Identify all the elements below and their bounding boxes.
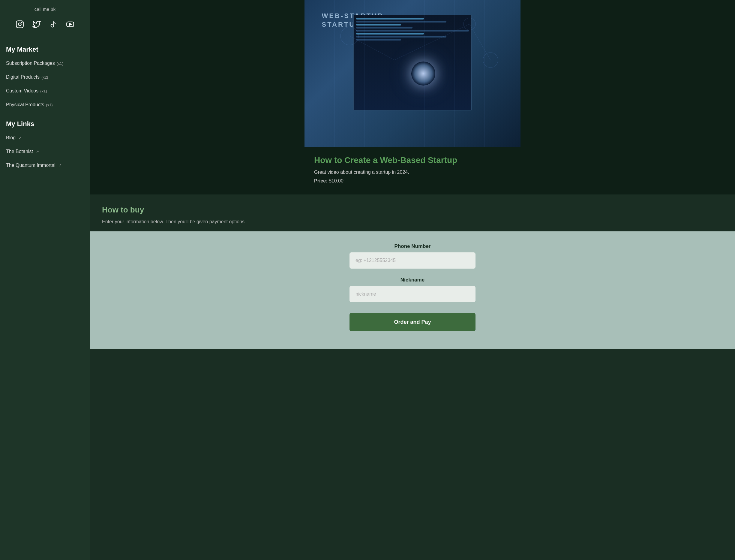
- sidebar: call me bk: [0, 0, 90, 560]
- my-market-title: My Market: [0, 37, 90, 56]
- product-card: WEB-STARTUPSTARTUP: [90, 0, 735, 194]
- blog-external-icon: ↗: [19, 136, 22, 140]
- phone-number-input[interactable]: [350, 252, 475, 269]
- price-label: Price:: [314, 178, 327, 183]
- botanist-external-icon: ↗: [36, 149, 39, 154]
- sidebar-item-custom-videos[interactable]: Custom Videos (x1): [0, 84, 90, 98]
- nickname-input[interactable]: [350, 286, 475, 302]
- tech-grid-svg: [305, 0, 520, 147]
- social-icons-container: [0, 17, 90, 37]
- sidebar-username: call me bk: [0, 0, 90, 17]
- svg-line-18: [394, 24, 469, 60]
- main-content: WEB-STARTUPSTARTUP: [90, 0, 735, 560]
- how-to-buy-title: How to buy: [102, 205, 723, 215]
- nickname-group: Nickname: [350, 277, 475, 302]
- sidebar-item-quantum-immortal[interactable]: The Quantum Immortal ↗: [0, 158, 90, 172]
- sidebar-item-the-botanist[interactable]: The Botanist ↗: [0, 145, 90, 158]
- sidebar-item-blog[interactable]: Blog ↗: [0, 131, 90, 145]
- product-title: How to Create a Web-Based Startup: [314, 155, 511, 165]
- how-to-buy-description: Enter your information below. Then you'l…: [102, 218, 723, 225]
- youtube-icon[interactable]: [66, 20, 74, 30]
- order-and-pay-button[interactable]: Order and Pay: [350, 313, 475, 331]
- phone-number-label: Phone Number: [350, 243, 475, 249]
- digital-products-label: Digital Products: [6, 74, 40, 80]
- blog-label: Blog: [6, 135, 16, 140]
- digital-products-count: (x2): [41, 75, 48, 80]
- custom-videos-label: Custom Videos: [6, 88, 38, 94]
- price-value: $10.00: [329, 178, 344, 183]
- svg-point-2: [21, 22, 22, 23]
- product-image: WEB-STARTUPSTARTUP: [305, 0, 520, 147]
- svg-point-1: [18, 23, 21, 26]
- instagram-icon[interactable]: [16, 20, 24, 30]
- quantum-immortal-label: The Quantum Immortal: [6, 163, 56, 168]
- purchase-form-section: Phone Number Nickname Order and Pay: [90, 231, 735, 349]
- tiktok-icon[interactable]: [49, 20, 58, 30]
- sidebar-item-physical-products[interactable]: Physical Products (x1): [0, 98, 90, 112]
- svg-line-19: [469, 24, 490, 60]
- svg-line-17: [350, 36, 394, 60]
- botanist-label: The Botanist: [6, 149, 33, 154]
- sidebar-item-subscription-packages[interactable]: Subscription Packages (x1): [0, 56, 90, 70]
- svg-rect-0: [16, 21, 23, 28]
- how-to-buy-section: How to buy Enter your information below.…: [90, 194, 735, 231]
- product-description: Great video about creating a startup in …: [314, 169, 511, 176]
- my-links-title: My Links: [0, 112, 90, 131]
- product-price: Price: $10.00: [314, 178, 511, 184]
- sidebar-item-digital-products[interactable]: Digital Products (x2): [0, 70, 90, 84]
- subscription-packages-label: Subscription Packages: [6, 61, 55, 66]
- product-info: How to Create a Web-Based Startup Great …: [305, 147, 520, 194]
- product-image-container: WEB-STARTUPSTARTUP: [305, 0, 520, 194]
- physical-products-label: Physical Products: [6, 102, 44, 107]
- phone-number-group: Phone Number: [350, 243, 475, 269]
- svg-marker-4: [70, 23, 72, 26]
- nickname-label: Nickname: [350, 277, 475, 283]
- custom-videos-count: (x1): [40, 89, 47, 93]
- quantum-external-icon: ↗: [59, 163, 62, 167]
- subscription-packages-count: (x1): [57, 61, 63, 66]
- twitter-icon[interactable]: [32, 20, 41, 30]
- physical-products-count: (x1): [46, 103, 53, 107]
